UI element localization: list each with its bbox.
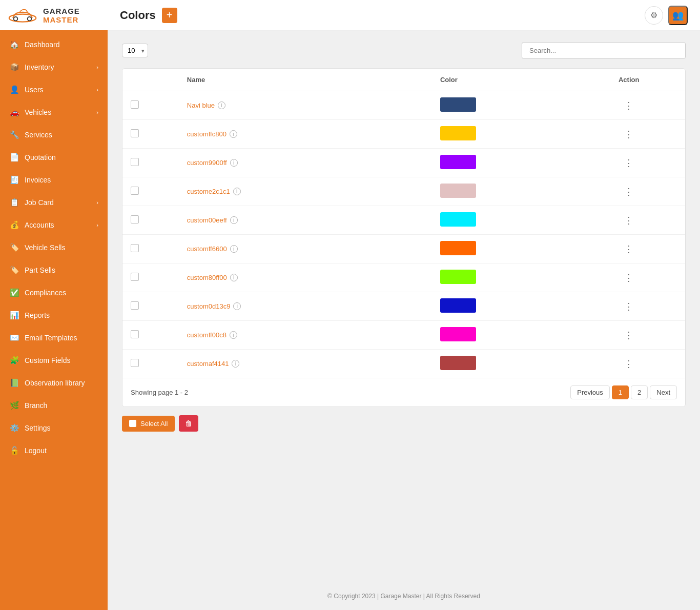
logo-text: GARAGE MASTER <box>43 7 80 24</box>
chevron-icon-vehicles: › <box>96 109 98 115</box>
row-checkbox-9[interactable] <box>131 330 139 338</box>
table-row: custom0d13c9 i ⋮ <box>122 292 685 321</box>
footer-text: © Copyright 2023 | Garage Master | All R… <box>327 593 480 600</box>
action-menu-5[interactable]: ⋮ <box>624 215 634 226</box>
sidebar-item-compliances[interactable]: ✅ Compliances <box>0 281 108 304</box>
table-row: customaf4141 i ⋮ <box>122 350 685 378</box>
info-icon-4[interactable]: i <box>233 188 241 195</box>
sidebar-item-logout[interactable]: 🔓 Logout <box>0 439 108 462</box>
row-checkbox-6[interactable] <box>131 244 139 252</box>
action-menu-6[interactable]: ⋮ <box>624 244 634 254</box>
info-icon-1[interactable]: i <box>218 101 225 109</box>
action-menu-3[interactable]: ⋮ <box>624 158 634 168</box>
sidebar-item-inventory[interactable]: 📦 Inventory › <box>0 56 108 78</box>
chevron-icon-inventory: › <box>96 64 98 70</box>
color-swatch-8 <box>440 298 476 313</box>
nav-label-job-card: Job Card <box>25 198 54 207</box>
color-name-4: custome2c1c1 i <box>187 188 424 195</box>
action-menu-9[interactable]: ⋮ <box>624 330 634 340</box>
info-icon-7[interactable]: i <box>230 274 238 281</box>
search-input[interactable] <box>522 42 686 59</box>
col-name: Name <box>179 69 432 91</box>
info-icon-3[interactable]: i <box>230 159 238 167</box>
color-swatch-9 <box>440 327 476 341</box>
color-name-1: Navi blue i <box>187 101 424 109</box>
nav-icon-inventory: 📦 <box>9 63 19 72</box>
page-1-button[interactable]: 1 <box>612 385 629 399</box>
nav-label-inventory: Inventory <box>25 63 54 71</box>
nav-icon-custom-fields: 🧩 <box>9 356 19 365</box>
content-area: 10 25 50 Name Color Action <box>108 31 700 582</box>
table-row: Navi blue i ⋮ <box>122 91 685 120</box>
sidebar-item-reports[interactable]: 📊 Reports <box>0 304 108 327</box>
info-icon-6[interactable]: i <box>230 245 238 253</box>
row-checkbox-3[interactable] <box>131 158 139 166</box>
user-avatar-button[interactable]: 👥 <box>668 6 688 25</box>
nav-label-vehicle-sells: Vehicle Sells <box>25 243 65 252</box>
nav-label-observation-library: Observation library <box>25 379 85 387</box>
info-icon-2[interactable]: i <box>230 130 237 138</box>
col-color: Color <box>432 69 573 91</box>
sidebar-item-invoices[interactable]: 🧾 Invoices <box>0 169 108 191</box>
color-swatch-5 <box>440 212 476 227</box>
action-menu-1[interactable]: ⋮ <box>624 100 634 111</box>
sidebar-item-services[interactable]: 🔧 Services <box>0 124 108 146</box>
action-menu-2[interactable]: ⋮ <box>624 129 634 139</box>
sidebar-item-job-card[interactable]: 📋 Job Card › <box>0 191 108 214</box>
page-2-button[interactable]: 2 <box>631 385 648 399</box>
sidebar-item-dashboard[interactable]: 🏠 Dashboard <box>0 33 108 56</box>
info-icon-5[interactable]: i <box>230 216 238 224</box>
add-color-button[interactable]: + <box>162 8 177 23</box>
logo-garage: GARAGE <box>43 7 80 15</box>
info-icon-10[interactable]: i <box>232 360 239 368</box>
sidebar-item-custom-fields[interactable]: 🧩 Custom Fields <box>0 349 108 372</box>
nav-label-reports: Reports <box>25 311 50 319</box>
sidebar-item-vehicles[interactable]: 🚗 Vehicles › <box>0 101 108 124</box>
color-name-5: custom00eeff i <box>187 216 424 224</box>
sidebar-item-settings[interactable]: ⚙️ Settings <box>0 417 108 439</box>
color-swatch-4 <box>440 184 476 198</box>
row-checkbox-8[interactable] <box>131 301 139 310</box>
sidebar-item-part-sells[interactable]: 🏷️ Part Sells <box>0 259 108 281</box>
trash-icon: 🗑 <box>185 419 192 428</box>
row-checkbox-1[interactable] <box>131 100 139 109</box>
nav-icon-vehicle-sells: 🏷️ <box>9 243 19 252</box>
sidebar: GARAGE MASTER 🏠 Dashboard 📦 Inventory › … <box>0 0 108 610</box>
prev-page-button[interactable]: Previous <box>570 385 610 399</box>
action-menu-4[interactable]: ⋮ <box>624 187 634 197</box>
nav-icon-part-sells: 🏷️ <box>9 266 19 275</box>
action-menu-8[interactable]: ⋮ <box>624 301 634 312</box>
sidebar-item-quotation[interactable]: 📄 Quotation <box>0 146 108 169</box>
row-checkbox-10[interactable] <box>131 359 139 367</box>
sidebar-item-vehicle-sells[interactable]: 🏷️ Vehicle Sells <box>0 236 108 259</box>
nav-label-compliances: Compliances <box>25 289 66 297</box>
settings-gear-button[interactable]: ⚙ <box>645 6 663 25</box>
row-checkbox-4[interactable] <box>131 187 139 195</box>
next-page-button[interactable]: Next <box>650 385 677 399</box>
nav-icon-dashboard: 🏠 <box>9 40 19 49</box>
select-all-button[interactable]: Select All <box>122 416 175 432</box>
action-menu-7[interactable]: ⋮ <box>624 273 634 283</box>
nav-icon-observation-library: 📗 <box>9 378 19 388</box>
delete-button[interactable]: 🗑 <box>179 415 198 432</box>
nav-icon-accounts: 💰 <box>9 220 19 230</box>
per-page-select[interactable]: 10 25 50 <box>122 44 148 57</box>
action-menu-10[interactable]: ⋮ <box>624 359 634 369</box>
sidebar-item-email-templates[interactable]: ✉️ Email Templates <box>0 327 108 349</box>
info-icon-9[interactable]: i <box>230 331 237 339</box>
logo-area: GARAGE MASTER <box>0 0 108 30</box>
color-name-2: customffc800 i <box>187 130 424 138</box>
row-checkbox-7[interactable] <box>131 273 139 281</box>
sidebar-item-branch[interactable]: 🌿 Branch <box>0 394 108 417</box>
info-icon-8[interactable]: i <box>233 302 241 310</box>
sidebar-item-accounts[interactable]: 💰 Accounts › <box>0 214 108 236</box>
row-checkbox-5[interactable] <box>131 215 139 223</box>
table-row: custom00eeff i ⋮ <box>122 206 685 235</box>
row-checkbox-2[interactable] <box>131 129 139 137</box>
table-row: custom80ff00 i ⋮ <box>122 263 685 292</box>
nav-label-invoices: Invoices <box>25 176 51 184</box>
sidebar-item-observation-library[interactable]: 📗 Observation library <box>0 372 108 394</box>
sidebar-item-users[interactable]: 👤 Users › <box>0 78 108 101</box>
col-action: Action <box>572 69 685 91</box>
table-header-row: Name Color Action <box>122 69 685 91</box>
